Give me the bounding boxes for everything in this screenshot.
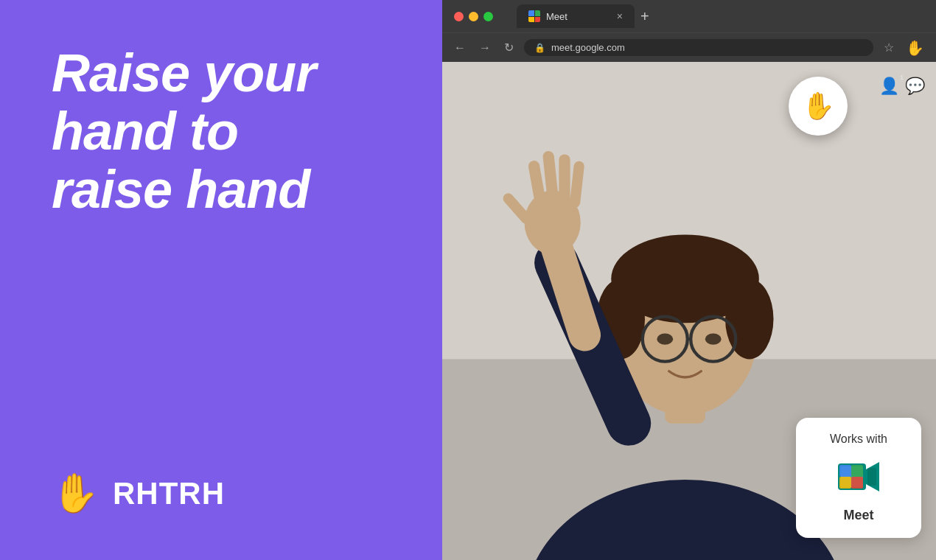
branding: ✋ RHTRH: [52, 471, 398, 516]
refresh-button[interactable]: ↻: [501, 39, 517, 56]
meet-product-label: Meet: [843, 508, 873, 523]
headline-text: Raise your hand to raise hand: [52, 44, 398, 220]
svg-rect-29: [867, 468, 876, 486]
toolbar-actions: ☆ ✋: [881, 38, 927, 58]
back-button[interactable]: ←: [451, 40, 469, 56]
tab-title: Meet: [546, 11, 567, 22]
close-button[interactable]: [454, 12, 464, 21]
browser-toolbar: ← → ↻ 🔒 meet.google.com ☆ ✋: [442, 32, 936, 62]
svg-line-16: [534, 167, 541, 203]
address-bar[interactable]: 🔒 meet.google.com: [524, 39, 873, 56]
url-text: meet.google.com: [551, 42, 625, 53]
bookmark-icon[interactable]: ☆: [881, 39, 897, 56]
tab-bar: Meet × +: [517, 4, 924, 28]
maximize-button[interactable]: [483, 12, 493, 21]
lock-icon: 🔒: [534, 43, 545, 53]
left-panel: Raise your hand to raise hand ✋ RHTRH: [0, 0, 442, 560]
svg-point-12: [705, 334, 722, 345]
video-area: ✋ 👤1 💬 Works with: [442, 62, 936, 560]
browser-chrome: Meet × + ← → ↻ 🔒 meet.google.com ☆ ✋: [442, 0, 936, 62]
svg-rect-24: [839, 465, 851, 477]
svg-line-19: [575, 167, 579, 203]
svg-rect-25: [851, 465, 863, 477]
svg-rect-26: [839, 477, 851, 489]
right-panel: Meet × + ← → ↻ 🔒 meet.google.com ☆ ✋: [442, 0, 936, 560]
tab-close-button[interactable]: ×: [617, 10, 623, 22]
forward-button[interactable]: →: [476, 40, 494, 56]
participants-button[interactable]: 👤1: [879, 77, 899, 96]
new-tab-button[interactable]: +: [640, 8, 649, 25]
meet-favicon-icon: [528, 10, 540, 22]
video-scene: ✋ 👤1 💬 Works with: [442, 62, 936, 560]
svg-rect-27: [851, 477, 863, 489]
headline: Raise your hand to raise hand: [52, 44, 398, 220]
raise-hand-icon: ✋: [802, 91, 835, 122]
minimize-button[interactable]: [469, 12, 478, 21]
brand-name-label: RHTRH: [113, 476, 225, 511]
brand-emoji-icon: ✋: [52, 471, 99, 516]
active-tab[interactable]: Meet ×: [517, 4, 635, 28]
raise-hand-button[interactable]: ✋: [789, 77, 848, 136]
tab-favicon: [528, 10, 540, 22]
works-with-label: Works with: [830, 433, 887, 446]
extension-hand-icon[interactable]: ✋: [903, 38, 927, 58]
google-meet-logo: [837, 455, 881, 499]
works-with-card: Works with Meet: [796, 418, 921, 538]
traffic-lights: [454, 12, 493, 21]
participants-count: 1: [900, 74, 904, 81]
svg-point-11: [657, 334, 673, 345]
meet-top-icons: 👤1 💬: [879, 77, 925, 96]
svg-line-17: [548, 157, 552, 195]
chat-button[interactable]: 💬: [905, 77, 925, 96]
browser-titlebar: Meet × +: [442, 0, 936, 32]
